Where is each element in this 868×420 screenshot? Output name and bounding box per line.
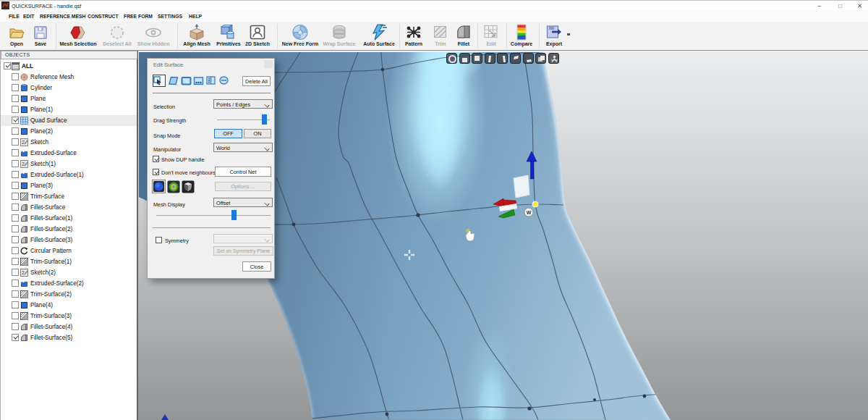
- svg-text:2: 2: [22, 140, 25, 145]
- svg-text:W: W: [527, 210, 532, 215]
- svg-text:2: 2: [22, 161, 25, 167]
- svg-text:2: 2: [22, 270, 25, 275]
